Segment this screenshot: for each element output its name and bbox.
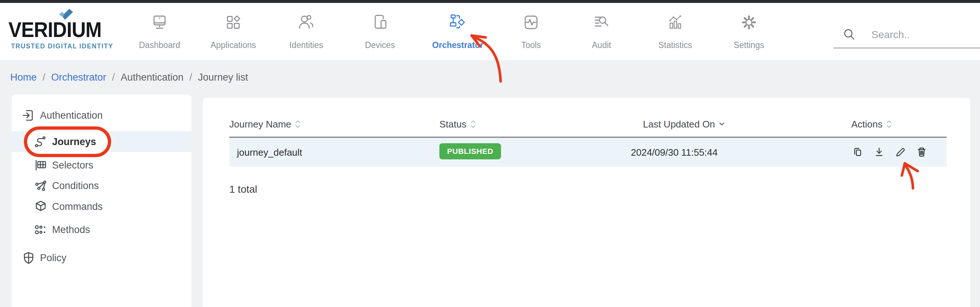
nav-item-identities[interactable]: Identities [271, 12, 341, 60]
sidebar-item-authentication[interactable]: Authentication [12, 108, 191, 123]
sidebar-item-label: Journeys [52, 136, 96, 148]
breadcrumb-journey-list: Journey list [198, 72, 248, 83]
identities-user-icon [298, 12, 315, 33]
logo-tagline: TRUSTED DIGITAL IDENTITY [11, 43, 118, 50]
breadcrumb-separator: / [112, 72, 115, 83]
nav-label: Orchestrator [432, 40, 483, 50]
logo-wordmark: VERIDIUM [8, 19, 110, 40]
sidebar: Authentication Journeys Selectors [12, 95, 191, 307]
nav-label: Applications [210, 40, 256, 50]
breadcrumb-separator: / [43, 72, 46, 83]
nav-item-statistics[interactable]: Statistics [640, 12, 710, 60]
sidebar-item-label: Authentication [40, 110, 103, 121]
search-input[interactable] [833, 22, 980, 47]
nav-label: Dashboard [139, 40, 180, 50]
breadcrumb-authentication: Authentication [121, 72, 183, 83]
sidebar-item-label: Methods [52, 224, 90, 236]
commands-cube-icon [34, 200, 47, 213]
devices-tablet-phone-icon [371, 12, 389, 33]
column-label: Last Updated On [643, 119, 715, 130]
sidebar-item-commands[interactable]: Commands [12, 199, 191, 214]
column-label: Journey Name [229, 119, 291, 130]
column-label: Status [439, 119, 466, 130]
breadcrumb-home[interactable]: Home [10, 72, 37, 83]
sort-icon[interactable] [886, 119, 892, 130]
dashboard-monitor-icon [151, 12, 169, 33]
journey-list-panel: Journey Name Status Last Updated On Acti… [203, 98, 970, 307]
copy-icon[interactable] [851, 146, 863, 158]
tools-activity-icon [522, 12, 540, 33]
top-navbar: VERIDIUM TRUSTED DIGITAL IDENTITY Dashbo… [0, 3, 980, 60]
nav-item-settings[interactable]: Settings [714, 12, 784, 60]
sort-icon[interactable] [470, 119, 476, 130]
sidebar-item-label: Commands [52, 201, 103, 212]
breadcrumb-separator: / [189, 72, 192, 83]
policy-shield-icon [22, 251, 35, 264]
nav-label: Tools [521, 40, 541, 50]
nav-label: Audit [592, 40, 611, 50]
total-count: 1 total [229, 184, 257, 195]
sort-icon[interactable] [295, 119, 301, 130]
column-header-journey-name[interactable]: Journey Name [229, 118, 301, 130]
column-header-actions[interactable]: Actions [851, 118, 892, 130]
nav-label: Devices [365, 40, 395, 50]
nav-label: Settings [733, 40, 764, 50]
sidebar-item-label: Selectors [52, 160, 94, 171]
nav-item-orchestrator[interactable]: Orchestrator [423, 12, 493, 60]
journey-name-cell: journey_default [237, 147, 302, 158]
login-icon [22, 109, 35, 122]
settings-gear-icon [740, 12, 758, 33]
sidebar-item-label: Conditions [52, 180, 99, 191]
nav-label: Identities [290, 40, 323, 50]
breadcrumb: Home / Orchestrator / Authentication / J… [10, 71, 248, 84]
nav-item-audit[interactable]: Audit [566, 12, 636, 60]
column-header-status[interactable]: Status [439, 118, 476, 130]
column-label: Actions [851, 119, 883, 130]
sidebar-item-methods[interactable]: Methods [12, 222, 191, 237]
delete-trash-icon[interactable] [915, 146, 928, 158]
last-updated-cell: 2024/09/30 11:55:44 [631, 147, 718, 158]
methods-dots-icon [34, 223, 47, 236]
sort-down-icon[interactable] [719, 121, 725, 127]
download-icon[interactable] [873, 146, 885, 158]
sidebar-item-policy[interactable]: Policy [12, 251, 191, 265]
status-badge: PUBLISHED [439, 143, 501, 159]
veridium-admin-page: { "brand": { "name": "VERIDIUM", "taglin… [0, 0, 980, 307]
breadcrumb-orchestrator[interactable]: Orchestrator [51, 72, 107, 83]
conditions-branch-icon [34, 179, 47, 192]
sidebar-item-label: Policy [40, 252, 66, 264]
edit-pencil-icon[interactable] [894, 146, 907, 158]
applications-grid-icon [224, 12, 242, 33]
global-search [833, 22, 980, 48]
nav-item-tools[interactable]: Tools [496, 12, 566, 60]
nav-item-applications[interactable]: Applications [199, 12, 268, 60]
logo-checkmark-icon [58, 9, 74, 22]
statistics-chart-icon [667, 12, 684, 33]
veridium-logo[interactable]: VERIDIUM TRUSTED DIGITAL IDENTITY [8, 19, 118, 50]
audit-log-search-icon [593, 12, 610, 33]
journey-route-icon [34, 135, 47, 149]
column-header-last-updated[interactable]: Last Updated On [643, 118, 725, 130]
selector-table-icon [34, 158, 47, 172]
window-top-strip [0, 0, 980, 3]
nav-item-devices[interactable]: Devices [345, 12, 415, 60]
sidebar-item-conditions[interactable]: Conditions [12, 179, 191, 193]
sidebar-item-selectors[interactable]: Selectors [12, 158, 191, 172]
nav-label: Statistics [659, 40, 692, 50]
sidebar-item-journeys[interactable]: Journeys [12, 135, 191, 149]
orchestrator-flowchart-icon [449, 12, 466, 33]
nav-item-dashboard[interactable]: Dashboard [125, 12, 194, 60]
table-row[interactable] [229, 138, 947, 167]
